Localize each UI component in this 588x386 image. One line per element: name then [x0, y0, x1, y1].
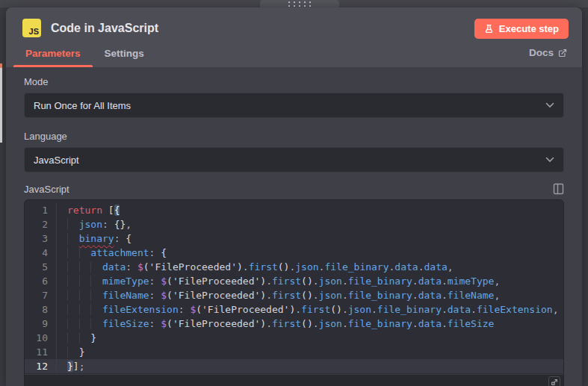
code-content[interactable]: 1return [{2 json: {},3 binary: {4 attach…: [25, 200, 563, 374]
execute-step-button[interactable]: Execute step: [474, 19, 569, 39]
line-number: 1: [25, 203, 57, 217]
line-number: 4: [25, 246, 57, 260]
line-number: 9: [25, 317, 57, 331]
chevron-down-icon: [545, 157, 554, 163]
code-line-10[interactable]: 10 }: [25, 331, 563, 345]
editor-footer: [25, 374, 563, 386]
drag-handle-dots-icon: [288, 1, 311, 7]
flask-icon: [484, 24, 494, 34]
code-line-7[interactable]: 7 fileName: $('FileProceeded').first().j…: [25, 288, 563, 302]
canvas-node-edge: [0, 63, 2, 143]
code-line-9[interactable]: 9 fileSize: $('FileProceeded').first().j…: [25, 317, 563, 331]
code-line-1[interactable]: 1return [{: [25, 203, 563, 217]
language-select[interactable]: JavaScript: [24, 147, 564, 172]
code-line-12[interactable]: 12}];: [25, 359, 563, 373]
line-number: 10: [25, 331, 57, 345]
code-line-5[interactable]: 5 data: $('FileProceeded').first().json.…: [25, 260, 563, 274]
line-number: 8: [25, 302, 57, 317]
docs-link[interactable]: Docs: [529, 47, 567, 58]
line-number: 12: [25, 359, 57, 373]
drag-handle[interactable]: [260, 0, 339, 7]
line-number: 6: [25, 274, 57, 288]
node-details-panel: JS Code in JavaScript Execute step Param…: [6, 7, 582, 386]
language-label: Language: [24, 131, 564, 142]
tab-parameters[interactable]: Parameters: [13, 43, 93, 67]
chevron-down-icon: [545, 102, 554, 108]
mode-label: Mode: [24, 76, 564, 87]
line-number: 5: [25, 260, 57, 274]
javascript-node-icon: JS: [22, 19, 41, 37]
expand-editor-icon[interactable]: [548, 376, 560, 386]
code-editor-label: JavaScript: [24, 184, 69, 195]
code-line-3[interactable]: 3 binary: {: [25, 231, 563, 246]
parameters-panel: Mode Run Once for All Items Language Jav…: [6, 67, 582, 386]
n8n-node-editor-screen: JS Code in JavaScript Execute step Param…: [0, 0, 588, 386]
external-link-icon: [558, 49, 567, 57]
code-line-8[interactable]: 8 fileExtension: $('FileProceeded').firs…: [25, 302, 563, 317]
line-number: 11: [25, 345, 57, 359]
code-line-4[interactable]: 4 attachment: {: [25, 246, 563, 260]
code-editor[interactable]: 1return [{2 json: {},3 binary: {4 attach…: [24, 199, 564, 386]
code-line-2[interactable]: 2 json: {},: [25, 217, 563, 231]
line-number: 3: [25, 231, 57, 246]
split-view-icon[interactable]: [553, 183, 564, 195]
line-number: 7: [25, 288, 57, 302]
language-value: JavaScript: [34, 155, 79, 166]
docs-label: Docs: [529, 47, 554, 58]
page-title: Code in JavaScript: [51, 22, 158, 35]
mode-select[interactable]: Run Once for All Items: [24, 93, 564, 118]
panel-header: JS Code in JavaScript Execute step Param…: [6, 7, 582, 67]
code-line-11[interactable]: 11 }: [25, 345, 563, 359]
tab-bar: Parameters Settings Docs: [6, 43, 582, 67]
mode-value: Run Once for All Items: [34, 100, 131, 111]
tab-settings[interactable]: Settings: [93, 43, 156, 67]
execute-step-label: Execute step: [499, 23, 559, 34]
line-number: 2: [25, 217, 57, 231]
code-line-6[interactable]: 6 mimeType: $('FileProceeded').first().j…: [25, 274, 563, 288]
